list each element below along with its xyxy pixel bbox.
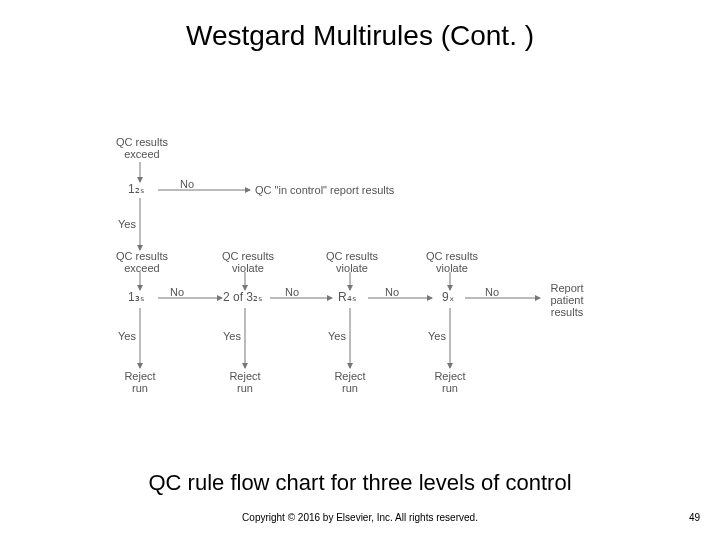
edge-no-4: No [485,286,499,298]
slide-title: Westgard Multirules (Cont. ) [0,20,720,52]
outcome-in-control: QC "in control" report results [255,184,425,196]
edge-no-3: No [385,286,399,298]
header-qc-exceed: QC results exceed [112,250,172,274]
edge-yes-2: Yes [223,330,241,342]
edge-no-top: No [180,178,194,190]
edge-yes-4: Yes [428,330,446,342]
edge-no-2: No [285,286,299,298]
rule-2of3-2s: 2 of 3₂ₛ [223,290,262,304]
flowchart: QC results exceed 1₂ₛ No QC "in control"… [110,140,610,420]
rule-1-3s: 1₃ₛ [128,290,144,304]
slide-caption: QC rule flow chart for three levels of c… [0,470,720,496]
header-qc-violate-3: QC results violate [422,250,482,274]
edge-no-1: No [170,286,184,298]
header-qc-exceed-top: QC results exceed [112,136,172,160]
outcome-report: Report patient results [542,282,592,318]
outcome-reject-4: Reject run [430,370,470,394]
rule-1-2s: 1₂ₛ [128,182,144,196]
outcome-reject-1: Reject run [120,370,160,394]
header-qc-violate-2: QC results violate [322,250,382,274]
header-qc-violate-1: QC results violate [218,250,278,274]
outcome-reject-3: Reject run [330,370,370,394]
rule-r4s: R₄ₛ [338,290,356,304]
edge-yes-top: Yes [118,218,136,230]
rule-9x: 9ₓ [442,290,454,304]
outcome-reject-2: Reject run [225,370,265,394]
edge-yes-1: Yes [118,330,136,342]
copyright-text: Copyright © 2016 by Elsevier, Inc. All r… [0,512,720,523]
page-number: 49 [689,512,700,523]
edge-yes-3: Yes [328,330,346,342]
